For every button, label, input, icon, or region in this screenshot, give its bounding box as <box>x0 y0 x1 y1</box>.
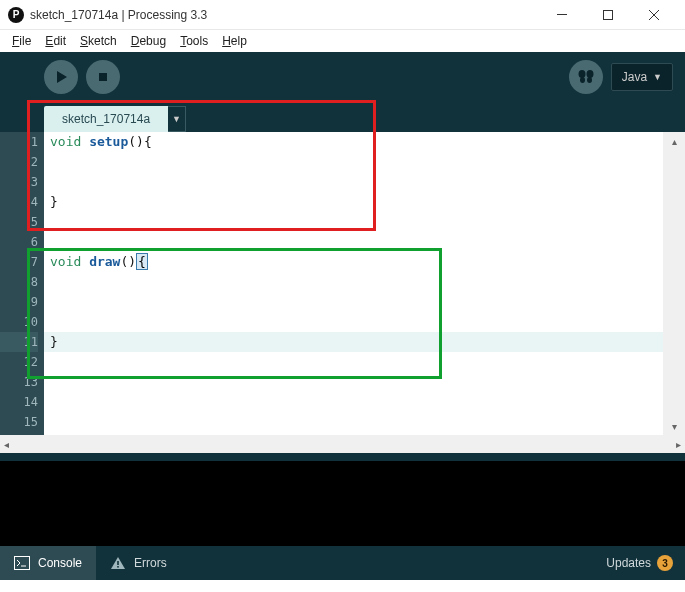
console-tab[interactable]: Console <box>0 546 96 580</box>
svg-rect-0 <box>557 14 567 15</box>
sketch-tab[interactable]: sketch_170714a <box>44 106 168 132</box>
menu-debug[interactable]: Debug <box>125 32 172 50</box>
line-number: 15 <box>0 412 38 432</box>
line-number: 3 <box>0 172 38 192</box>
code-line[interactable] <box>44 172 663 192</box>
console-icon <box>14 556 30 570</box>
maximize-button[interactable] <box>585 0 631 30</box>
run-button[interactable] <box>44 60 78 94</box>
code-line[interactable] <box>44 212 663 232</box>
code-line[interactable]: void setup(){ <box>44 132 663 152</box>
code-line[interactable] <box>44 152 663 172</box>
line-number: 1 <box>0 132 38 152</box>
menubar: File Edit Sketch Debug Tools Help <box>0 30 685 52</box>
stop-icon <box>96 70 110 84</box>
svg-rect-1 <box>604 10 613 19</box>
line-number: 7 <box>0 252 38 272</box>
line-number: 4 <box>0 192 38 212</box>
play-icon <box>54 70 68 84</box>
errors-tab-label: Errors <box>134 556 167 570</box>
menu-sketch[interactable]: Sketch <box>74 32 123 50</box>
code-line[interactable] <box>44 312 663 332</box>
tab-label: sketch_170714a <box>62 112 150 126</box>
scroll-up-icon[interactable]: ▴ <box>663 132 685 150</box>
code-line[interactable] <box>44 292 663 312</box>
menu-file[interactable]: File <box>6 32 37 50</box>
updates-indicator[interactable]: Updates 3 <box>594 546 685 580</box>
chevron-down-icon: ▼ <box>653 72 662 82</box>
toolbar: Java ▼ <box>0 52 685 102</box>
code-line[interactable] <box>44 232 663 252</box>
line-number: 2 <box>0 152 38 172</box>
code-line[interactable] <box>44 412 663 432</box>
line-number: 11 <box>0 332 38 352</box>
svg-rect-13 <box>117 561 119 565</box>
line-number: 14 <box>0 392 38 412</box>
line-number: 12 <box>0 352 38 372</box>
code-line[interactable]: } <box>44 332 663 352</box>
errors-tab[interactable]: Errors <box>96 546 181 580</box>
updates-badge: 3 <box>657 555 673 571</box>
mode-selector[interactable]: Java ▼ <box>611 63 673 91</box>
debug-button[interactable] <box>569 60 603 94</box>
line-number: 6 <box>0 232 38 252</box>
cursor: { <box>136 253 148 270</box>
svg-point-8 <box>580 77 585 83</box>
svg-marker-4 <box>57 71 67 83</box>
menu-tools[interactable]: Tools <box>174 32 214 50</box>
console-tab-label: Console <box>38 556 82 570</box>
svg-point-6 <box>578 70 585 78</box>
svg-point-7 <box>586 70 593 78</box>
splitter[interactable] <box>0 453 685 461</box>
svg-rect-5 <box>99 73 107 81</box>
code-line[interactable]: } <box>44 192 663 212</box>
minimize-button[interactable] <box>539 0 585 30</box>
code-line[interactable] <box>44 352 663 372</box>
horizontal-scrollbar[interactable]: ◂ ▸ <box>0 435 685 453</box>
svg-rect-10 <box>15 557 30 570</box>
menu-edit[interactable]: Edit <box>39 32 72 50</box>
scroll-left-icon[interactable]: ◂ <box>4 439 9 450</box>
butterfly-icon <box>577 68 595 86</box>
line-number: 5 <box>0 212 38 232</box>
line-number: 10 <box>0 312 38 332</box>
mode-label: Java <box>622 70 647 84</box>
svg-point-9 <box>587 77 592 83</box>
app-icon: P <box>8 7 24 23</box>
code-line[interactable] <box>44 272 663 292</box>
svg-rect-14 <box>117 566 119 568</box>
code-line[interactable] <box>44 392 663 412</box>
tab-dropdown-button[interactable]: ▼ <box>168 106 186 132</box>
warning-icon <box>110 556 126 570</box>
code-line[interactable] <box>44 372 663 392</box>
scroll-right-icon[interactable]: ▸ <box>676 439 681 450</box>
titlebar: P sketch_170714a | Processing 3.3 <box>0 0 685 30</box>
console-output[interactable] <box>0 461 685 546</box>
line-gutter: 123456789101112131415 <box>0 132 44 435</box>
stop-button[interactable] <box>86 60 120 94</box>
code-area[interactable]: void setup(){}void draw(){} <box>44 132 663 435</box>
window-title: sketch_170714a | Processing 3.3 <box>30 8 207 22</box>
line-number: 9 <box>0 292 38 312</box>
updates-label: Updates <box>606 556 651 570</box>
scroll-down-icon[interactable]: ▾ <box>663 417 685 435</box>
chevron-down-icon: ▼ <box>172 114 181 124</box>
menu-help[interactable]: Help <box>216 32 253 50</box>
status-bar: Console Errors Updates 3 <box>0 546 685 580</box>
line-number: 8 <box>0 272 38 292</box>
tab-bar: sketch_170714a ▼ <box>0 102 685 132</box>
code-editor: 123456789101112131415 void setup(){}void… <box>0 132 685 435</box>
line-number: 13 <box>0 372 38 392</box>
close-button[interactable] <box>631 0 677 30</box>
vertical-scrollbar[interactable]: ▴ ▾ <box>663 132 685 435</box>
code-line[interactable]: void draw(){ <box>44 252 663 272</box>
